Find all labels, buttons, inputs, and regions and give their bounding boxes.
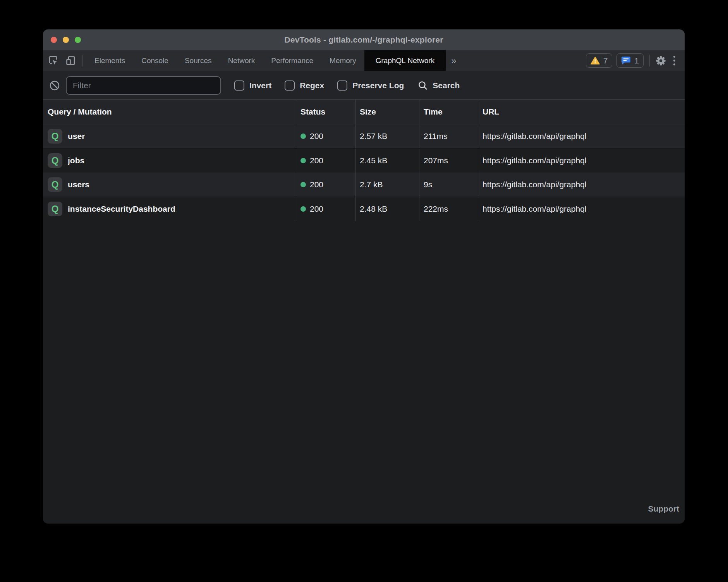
invert-checkbox[interactable]: Invert [234, 80, 271, 91]
fullscreen-button[interactable] [75, 37, 81, 43]
search-label: Search [433, 81, 460, 90]
minimize-button[interactable] [63, 37, 69, 43]
query-name: user [68, 132, 85, 141]
tab-elements[interactable]: Elements [86, 50, 133, 71]
response-size: 2.48 kB [355, 197, 419, 221]
warning-icon [591, 56, 600, 65]
query-type-badge: Q [48, 153, 62, 168]
controls-divider [649, 55, 650, 67]
table-row[interactable]: Q users 200 2.7 kB 9s https://gitlab.com… [43, 173, 685, 197]
title-bar: DevTools - gitlab.com/-/graphql-explorer [43, 29, 685, 50]
preserve-log-checkbox[interactable]: Preserve Log [337, 80, 404, 91]
filter-bar: Invert Regex Preserve Log Search [43, 71, 685, 100]
status-ok-dot-icon [300, 182, 306, 187]
close-button[interactable] [51, 37, 57, 43]
regex-checkbox[interactable]: Regex [285, 80, 324, 91]
tab-console[interactable]: Console [133, 50, 177, 71]
toolbar-divider [82, 55, 82, 67]
search-button[interactable]: Search [418, 80, 460, 91]
messages-badge[interactable]: 1 [616, 53, 644, 68]
device-toolbar-icon[interactable] [65, 55, 76, 66]
query-type-badge: Q [48, 177, 62, 192]
query-name: jobs [68, 156, 84, 165]
tab-sources[interactable]: Sources [177, 50, 220, 71]
message-icon [621, 56, 631, 65]
column-header-time: Time [419, 100, 478, 124]
response-time: 211ms [419, 124, 478, 148]
preserve-log-label: Preserve Log [352, 81, 404, 90]
table-header: Query / Mutation Status Size Time URL [43, 100, 685, 124]
status-ok-dot-icon [300, 134, 306, 139]
more-options-kebab-icon[interactable] [670, 56, 678, 65]
status-ok-dot-icon [300, 158, 306, 163]
message-count: 1 [634, 56, 639, 65]
status-ok-dot-icon [300, 206, 306, 212]
checkbox-icon [285, 80, 295, 91]
status-code: 200 [310, 180, 323, 189]
tab-graphql-network[interactable]: GraphQL Network [364, 50, 446, 71]
table-row[interactable]: Q jobs 200 2.45 kB 207ms https://gitlab.… [43, 148, 685, 173]
panel-tabs: Elements Console Sources Network Perform… [86, 50, 462, 71]
window-title: DevTools - gitlab.com/-/graphql-explorer [284, 35, 443, 45]
query-name: users [68, 180, 89, 189]
tab-performance[interactable]: Performance [263, 50, 321, 71]
response-size: 2.57 kB [355, 124, 419, 148]
regex-label: Regex [300, 81, 324, 90]
column-header-size: Size [355, 100, 419, 124]
tab-memory[interactable]: Memory [321, 50, 364, 71]
response-size: 2.7 kB [355, 173, 419, 197]
chevron-double-icon: » [451, 55, 456, 66]
query-type-badge: Q [48, 202, 62, 216]
devtools-window: DevTools - gitlab.com/-/graphql-explorer… [43, 29, 685, 524]
status-code: 200 [310, 204, 323, 214]
traffic-lights [51, 29, 81, 50]
inspect-element-icon[interactable] [48, 55, 58, 66]
devtools-toolbar: Elements Console Sources Network Perform… [43, 50, 685, 71]
warnings-badge[interactable]: 7 [586, 53, 613, 68]
request-url: https://gitlab.com/api/graphql [478, 149, 685, 173]
column-header-status: Status [296, 100, 355, 124]
request-url: https://gitlab.com/api/graphql [478, 173, 685, 197]
clear-block-icon[interactable] [49, 80, 60, 91]
status-code: 200 [310, 156, 323, 165]
settings-gear-icon[interactable] [656, 55, 666, 66]
table-row[interactable]: Q instanceSecurityDashboard 200 2.48 kB … [43, 197, 685, 221]
response-time: 207ms [419, 149, 478, 173]
column-header-url: URL [478, 100, 685, 124]
support-link[interactable]: Support [648, 504, 679, 514]
request-url: https://gitlab.com/api/graphql [478, 124, 685, 148]
invert-label: Invert [249, 81, 271, 90]
panel-empty-area [43, 221, 685, 499]
column-header-query-mutation: Query / Mutation [43, 100, 296, 124]
query-type-badge: Q [48, 129, 62, 144]
response-size: 2.45 kB [355, 149, 419, 173]
panel-footer: Support [43, 499, 685, 524]
table-row[interactable]: Q user 200 2.57 kB 211ms https://gitlab.… [43, 124, 685, 148]
checkbox-icon [234, 80, 244, 91]
response-time: 9s [419, 173, 478, 197]
warning-count: 7 [603, 56, 608, 65]
tab-network[interactable]: Network [220, 50, 263, 71]
response-time: 222ms [419, 197, 478, 221]
filter-input[interactable] [66, 76, 221, 95]
checkbox-icon [337, 80, 347, 91]
request-url: https://gitlab.com/api/graphql [478, 197, 685, 221]
more-tabs-button[interactable]: » [446, 50, 462, 71]
status-code: 200 [310, 132, 323, 141]
query-name: instanceSecurityDashboard [68, 204, 175, 214]
search-icon [418, 80, 428, 91]
